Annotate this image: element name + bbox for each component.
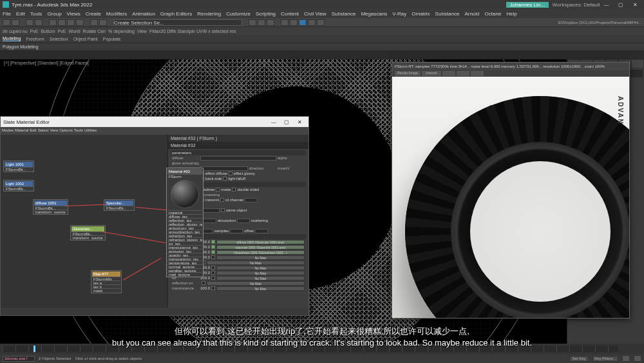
fstorm-channel[interactable]: channel: [422, 71, 441, 76]
render-view[interactable]: ADVAN: [392, 77, 629, 318]
slate-titlebar[interactable]: Slate Material Editor — ▢ ✕: [1, 117, 308, 127]
mirror-button[interactable]: [249, 19, 256, 26]
node-graph[interactable]: Light 1001 FStormBit... Light 1002 FStor…: [1, 135, 168, 308]
fstorm-title[interactable]: FStorm RT: samples 7772/300k time 0h14..…: [392, 63, 629, 70]
ribbon-modeling[interactable]: Modeling: [3, 36, 21, 41]
node-diffuse[interactable]: diffuse 1001 FStormBit... transform_sour…: [33, 199, 68, 215]
menu-octane[interactable]: Octane: [485, 11, 502, 17]
minimize-button[interactable]: —: [600, 2, 613, 8]
layer-button[interactable]: [267, 19, 274, 26]
node-light2[interactable]: Light 1002 FStormBit...: [3, 180, 34, 191]
menu-edit[interactable]: Edit: [16, 11, 25, 17]
node-map77[interactable]: Map #77 FStormMix tex a tex b mask: [91, 270, 122, 293]
ribbon-freeform[interactable]: Freeform: [26, 37, 44, 41]
select-button[interactable]: [49, 19, 57, 26]
section-params[interactable]: parameters: [171, 150, 306, 155]
nextframe-button[interactable]: [634, 355, 641, 362]
map-reflection[interactable]: specular 1001 (Specular 1001.png): [216, 245, 305, 250]
pve-label[interactable]: PvE: [30, 29, 39, 34]
map-reflior[interactable]: No Map: [207, 281, 305, 286]
menu-create[interactable]: Create: [86, 11, 101, 17]
utilities-tab[interactable]: [631, 59, 644, 68]
view-label[interactable]: View: [137, 29, 147, 34]
node-material-preview[interactable]: Material #32 FStorm material diffuse_tex…: [166, 168, 204, 277]
rotate-button[interactable]: [67, 19, 75, 26]
map-diffuse[interactable]: diffuse 1001 (Specular 1001.png): [216, 240, 305, 244]
link-button[interactable]: [26, 19, 33, 26]
map-refrgloss[interactable]: No Map: [216, 271, 305, 275]
fstorm-render-image[interactable]: Render Image: [395, 71, 421, 76]
material-editor-button[interactable]: [299, 19, 307, 26]
menu-customize[interactable]: Customize: [226, 11, 251, 17]
world-label[interactable]: World: [68, 29, 80, 34]
menu-grapheditors[interactable]: Graph Editors: [160, 11, 192, 17]
menu-file[interactable]: File: [3, 11, 11, 17]
ribbon-selection[interactable]: Selection: [50, 37, 68, 41]
rotation-input[interactable]: [200, 166, 248, 171]
map-refraction[interactable]: No Map: [216, 266, 305, 270]
user-badge[interactable]: Johannes Lin...: [506, 2, 549, 8]
menu-substance2[interactable]: Substance: [435, 11, 460, 17]
menu-civilview[interactable]: Civil View: [304, 11, 327, 17]
map-anisodir[interactable]: No Map: [207, 260, 305, 265]
node-glossiness[interactable]: Glossines... FStormBit... transform_sour…: [70, 225, 106, 240]
menu-vray[interactable]: V-Ray: [392, 11, 406, 17]
schematic-button[interactable]: [290, 19, 298, 26]
redo-button[interactable]: [12, 19, 19, 26]
fstorm-btn3[interactable]: [442, 71, 455, 76]
polygon-modeling-header[interactable]: Polygon Modeling: [0, 43, 644, 50]
fstorm-btn4[interactable]: [457, 71, 469, 76]
menu-animation[interactable]: Animation: [132, 11, 155, 17]
viewport-label[interactable]: [+] [Perspective] [Standard] [Edged Face…: [4, 61, 89, 65]
bottom-label[interactable]: Bottom: [41, 29, 55, 34]
menu-help[interactable]: Help: [506, 11, 516, 17]
depend-label[interactable]: % depending: [108, 29, 135, 34]
slate-menu-edit[interactable]: Edit: [30, 128, 36, 133]
maximize-button[interactable]: ▢: [614, 2, 627, 8]
node-light1[interactable]: Light 1001 FStormBit...: [3, 161, 34, 172]
snap-button[interactable]: [90, 19, 98, 26]
menu-rendering[interactable]: Rendering: [197, 11, 221, 17]
slate-menu-select[interactable]: Select: [38, 128, 49, 133]
menu-megascans[interactable]: Megascans: [361, 11, 387, 17]
slate-menu-view[interactable]: View: [50, 128, 58, 133]
setkey-button[interactable]: Set Key: [569, 356, 589, 362]
slate-maximize[interactable]: ▢: [280, 119, 293, 125]
map-reflgloss[interactable]: Glossiness 1001 (Glossiness 1001...): [216, 250, 305, 255]
angle-snap-button[interactable]: [99, 19, 107, 26]
menu-views[interactable]: Views: [67, 11, 80, 17]
menu-scripting[interactable]: Scripting: [256, 11, 276, 17]
map-translucence[interactable]: No Map: [216, 286, 305, 291]
slate-menu-options[interactable]: Options: [59, 128, 73, 133]
undo-button[interactable]: [3, 19, 10, 26]
map-ior[interactable]: No Map: [216, 276, 305, 280]
close-button[interactable]: ✕: [629, 2, 641, 8]
workspace-selector[interactable]: Workspaces: Default: [553, 2, 600, 8]
slate-minimize[interactable]: —: [267, 119, 280, 125]
align-button[interactable]: [258, 19, 265, 26]
slate-menu-material[interactable]: Material: [15, 128, 28, 133]
menu-arnold[interactable]: Arnold: [464, 11, 479, 17]
menu-modifiers[interactable]: Modifiers: [106, 11, 127, 17]
diffuse-swatch[interactable]: [200, 156, 276, 161]
map-aniso[interactable]: No Map: [216, 255, 305, 260]
play-button[interactable]: [622, 355, 630, 362]
menu-group[interactable]: Group: [47, 11, 61, 17]
pve2-label[interactable]: PvE: [58, 29, 66, 34]
fmax-label[interactable]: FMax20 Diffe Standpin UVW x selected res: [149, 29, 236, 34]
slate-menu-utilities[interactable]: Utilities: [84, 128, 97, 133]
menu-substance[interactable]: Substance: [332, 11, 356, 17]
fstorm-btn5[interactable]: [471, 71, 484, 76]
render-setup-button[interactable]: [308, 19, 316, 26]
menu-ornatrix[interactable]: Ornatrix: [412, 11, 430, 17]
keyfilters-button[interactable]: Key Filters...: [592, 356, 618, 362]
node-specular[interactable]: Specular... FStormBit...: [104, 199, 135, 211]
unlink-button[interactable]: [35, 19, 43, 26]
selection-set-dropdown[interactable]: Create Selection Se...: [113, 19, 242, 26]
slate-menu-tools[interactable]: Tools: [74, 128, 83, 133]
menu-tools[interactable]: Tools: [30, 11, 43, 17]
slate-close[interactable]: ✕: [293, 119, 306, 125]
curve-editor-button[interactable]: [281, 19, 289, 26]
scale-button[interactable]: [76, 19, 84, 26]
render-button[interactable]: [317, 19, 325, 26]
